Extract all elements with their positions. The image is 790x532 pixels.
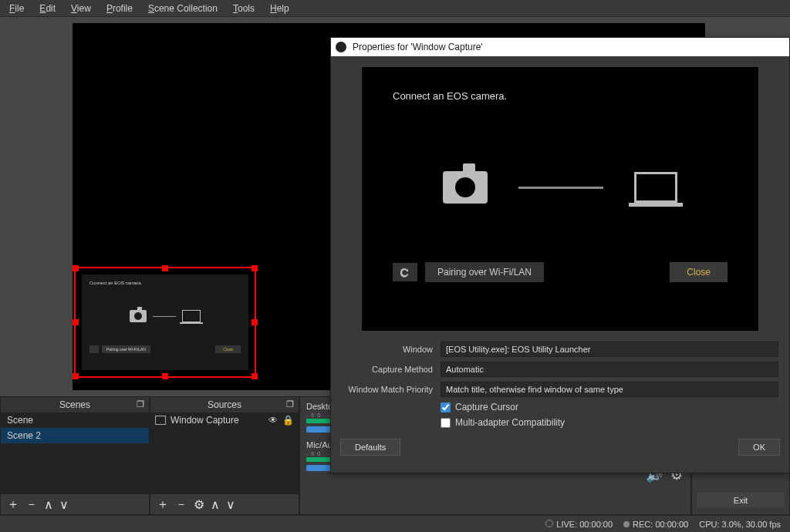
laptop-icon [182,310,201,322]
menu-tools[interactable]: Tools [225,1,262,16]
scenes-toolbar: ＋ － ∧ ∨ [1,494,149,514]
move-down-button[interactable]: ∨ [226,497,235,512]
detach-icon[interactable]: ❐ [286,399,294,409]
add-source-button[interactable]: ＋ [157,497,169,513]
lock-icon[interactable]: 🔒 [282,415,294,426]
mini-pair-button: Pairing over Wi-Fi/LAN [102,345,150,353]
camera-icon [443,171,488,204]
properties-dialog: Properties for 'Window Capture' Connect … [330,37,790,473]
capture-cursor-checkbox[interactable] [441,402,451,412]
live-indicator: LIVE: 00:00:00 [545,520,613,529]
menu-bar: File Edit View Profile Scene Collection … [0,0,790,17]
menu-profile[interactable]: Profile [99,1,140,16]
priority-label: Window Match Priority [342,385,433,394]
menu-help[interactable]: Help [262,1,297,16]
window-capture-icon [155,416,166,425]
sources-panel: Sources ❐ Window Capture 👁 🔒 ＋ － ⚙ ∧ ∨ [150,396,299,515]
refresh-icon [89,345,99,353]
method-select[interactable]: Automatic [441,362,778,377]
cpu-fps: CPU: 3.0%, 30.00 fps [699,520,781,529]
scenes-list[interactable]: Scene Scene 2 [1,412,149,494]
selected-source-bounds[interactable]: Connect an EOS camera. Pairing over Wi-F… [74,267,256,378]
captured-window-preview: Connect an EOS camera. Pairing over Wi-F… [82,274,248,370]
scenes-panel: Scenes ❐ Scene Scene 2 ＋ － ∧ ∨ [0,396,150,515]
move-up-button[interactable]: ∧ [211,497,220,512]
ok-button[interactable]: OK [738,439,780,456]
scenes-title: Scenes [59,399,90,410]
eos-close-button: Close [670,262,728,282]
detach-icon[interactable]: ❐ [137,399,144,409]
source-item[interactable]: Window Capture 👁 🔒 [150,412,299,428]
source-properties-button[interactable]: ⚙ [194,497,204,512]
dialog-footer: Defaults OK [331,433,789,462]
source-label: Window Capture [170,415,264,426]
laptop-icon [634,172,677,203]
resize-handle[interactable] [252,319,258,325]
properties-form: Window [EOS Utility.exe]: EOS Utility La… [331,338,789,428]
mini-close-button: Close [215,345,241,353]
remove-scene-button[interactable]: － [25,497,38,513]
rec-indicator: REC: 00:00:00 [623,520,688,529]
eos-connect-text: Connect an EOS camera. [393,90,728,102]
resize-handle[interactable] [73,265,79,271]
camera-icon [130,310,147,322]
scene-item[interactable]: Scene [1,412,149,428]
dialog-titlebar[interactable]: Properties for 'Window Capture' [331,38,789,56]
defaults-button[interactable]: Defaults [340,439,400,456]
dialog-title: Properties for 'Window Capture' [353,42,483,52]
add-scene-button[interactable]: ＋ [7,497,19,513]
resize-handle[interactable] [162,373,168,379]
visibility-icon[interactable]: 👁 [268,415,278,426]
method-label: Capture Method [342,365,433,374]
multi-adapter-label: Multi-adapter Compatibility [455,417,565,428]
pairing-button: Pairing over Wi-Fi/LAN [425,262,544,282]
obs-logo-icon [336,42,346,52]
scene-item[interactable]: Scene 2 [1,428,149,443]
capture-cursor-label: Capture Cursor [455,402,518,412]
remove-source-button[interactable]: － [175,497,187,513]
exit-button[interactable]: Exit [697,493,785,508]
multi-adapter-checkbox[interactable] [441,418,451,428]
priority-select[interactable]: Match title, otherwise find window of sa… [441,382,778,397]
menu-edit[interactable]: Edit [32,1,63,16]
sources-toolbar: ＋ － ⚙ ∧ ∨ [150,494,299,514]
resize-handle[interactable] [162,265,168,271]
move-down-button[interactable]: ∨ [59,497,69,512]
sources-list[interactable]: Window Capture 👁 🔒 [150,412,299,494]
connection-line [153,316,176,317]
move-up-button[interactable]: ∧ [44,497,53,512]
sources-title: Sources [208,399,241,410]
resize-handle[interactable] [73,319,79,325]
sources-header: Sources ❐ [150,397,299,412]
connection-line [518,187,603,189]
window-select[interactable]: [EOS Utility.exe]: EOS Utility Launcher [441,342,778,357]
menu-view[interactable]: View [63,1,99,16]
status-bar: LIVE: 00:00:00 REC: 00:00:00 CPU: 3.0%, … [0,515,790,532]
menu-file[interactable]: File [2,1,32,16]
refresh-icon [393,263,417,281]
resize-handle[interactable] [252,373,258,379]
window-label: Window [342,345,433,354]
mini-title: Connect an EOS camera. [89,281,241,285]
resize-handle[interactable] [252,265,258,271]
menu-scene-collection[interactable]: Scene Collection [140,1,225,16]
dialog-preview: Connect an EOS camera. Pairing over Wi-F… [362,67,758,331]
scenes-header: Scenes ❐ [1,397,149,412]
resize-handle[interactable] [73,373,79,379]
